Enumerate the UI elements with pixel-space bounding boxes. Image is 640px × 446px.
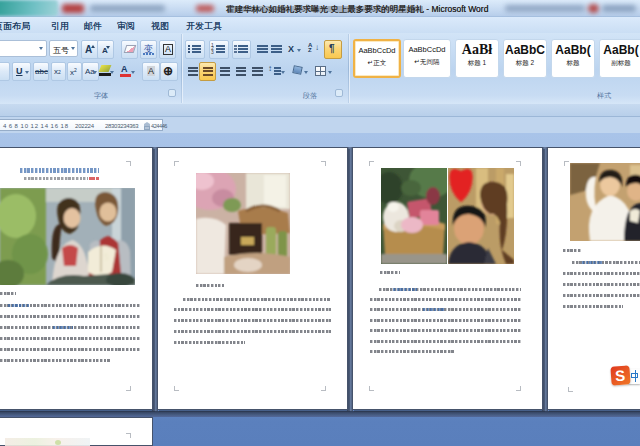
svg-text:5: 5 xyxy=(104,252,109,262)
